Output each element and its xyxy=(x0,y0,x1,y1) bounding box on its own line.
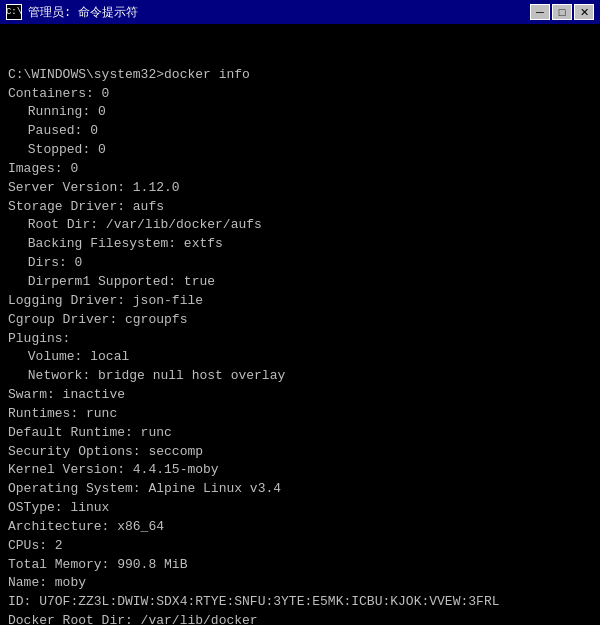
terminal-line: Operating System: Alpine Linux v3.4 xyxy=(8,480,592,499)
title-bar: C:\ 管理员: 命令提示符 ─ □ ✕ xyxy=(0,0,600,24)
cmd-icon: C:\ xyxy=(6,4,22,20)
terminal-line: Dirs: 0 xyxy=(20,254,592,273)
terminal-line: Name: moby xyxy=(8,574,592,593)
minimize-button[interactable]: ─ xyxy=(530,4,550,20)
terminal-line: Root Dir: /var/lib/docker/aufs xyxy=(20,216,592,235)
title-bar-left: C:\ 管理员: 命令提示符 xyxy=(6,4,138,21)
terminal-line: Network: bridge null host overlay xyxy=(20,367,592,386)
terminal-line: Docker Root Dir: /var/lib/docker xyxy=(8,612,592,625)
terminal-line: Volume: local xyxy=(20,348,592,367)
terminal-line: ID: U7OF:ZZ3L:DWIW:SDX4:RTYE:SNFU:3YTE:E… xyxy=(8,593,592,612)
terminal-line: Logging Driver: json-file xyxy=(8,292,592,311)
terminal-line: C:\WINDOWS\system32>docker info xyxy=(8,66,592,85)
terminal-line: Stopped: 0 xyxy=(20,141,592,160)
close-button[interactable]: ✕ xyxy=(574,4,594,20)
terminal-line: Architecture: x86_64 xyxy=(8,518,592,537)
terminal-line: Running: 0 xyxy=(20,103,592,122)
terminal-line: Images: 0 xyxy=(8,160,592,179)
terminal-line: Total Memory: 990.8 MiB xyxy=(8,556,592,575)
window-title: 管理员: 命令提示符 xyxy=(28,4,138,21)
terminal-line: OSType: linux xyxy=(8,499,592,518)
terminal-line: Server Version: 1.12.0 xyxy=(8,179,592,198)
terminal-line: Dirperm1 Supported: true xyxy=(20,273,592,292)
terminal-line: CPUs: 2 xyxy=(8,537,592,556)
terminal-line: Default Runtime: runc xyxy=(8,424,592,443)
terminal-line: Paused: 0 xyxy=(20,122,592,141)
maximize-button[interactable]: □ xyxy=(552,4,572,20)
terminal-line: Security Options: seccomp xyxy=(8,443,592,462)
terminal-line: Containers: 0 xyxy=(8,85,592,104)
window: C:\ 管理员: 命令提示符 ─ □ ✕ C:\WINDOWS\system32… xyxy=(0,0,600,625)
terminal-content: C:\WINDOWS\system32>docker infoContainer… xyxy=(0,24,600,625)
terminal-line: Kernel Version: 4.4.15-moby xyxy=(8,461,592,480)
terminal-line: Swarm: inactive xyxy=(8,386,592,405)
terminal-line: Cgroup Driver: cgroupfs xyxy=(8,311,592,330)
terminal-line: Plugins: xyxy=(8,330,592,349)
title-bar-controls: ─ □ ✕ xyxy=(530,4,594,20)
terminal-line: Runtimes: runc xyxy=(8,405,592,424)
terminal-line: Backing Filesystem: extfs xyxy=(20,235,592,254)
terminal-line: Storage Driver: aufs xyxy=(8,198,592,217)
